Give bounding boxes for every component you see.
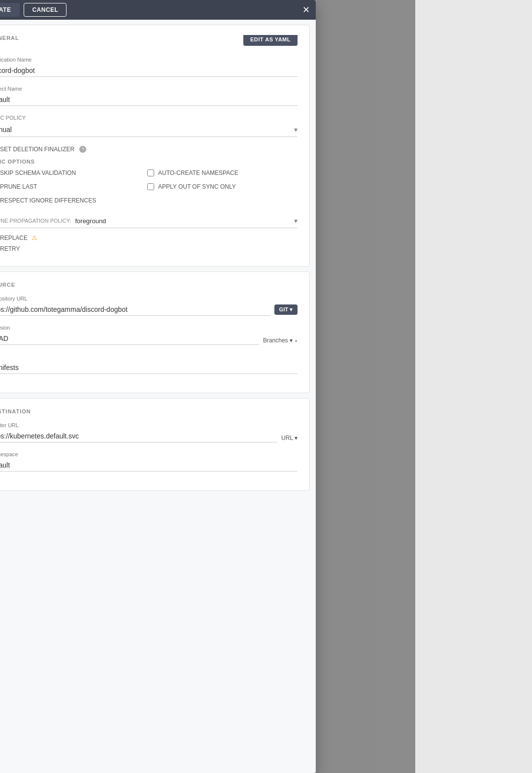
- apply-out-of-sync-label: APPLY OUT OF SYNC ONLY: [158, 183, 236, 190]
- auto-create-ns-checkbox[interactable]: [147, 169, 154, 176]
- sync-policy-group: SYNC POLICY Manual ▾: [0, 115, 298, 137]
- replace-warning-icon: ⚠: [32, 234, 37, 241]
- close-button[interactable]: ✕: [302, 4, 310, 15]
- project-name-label: Project Name: [0, 86, 298, 92]
- revision-group: Revision Branches ▾ ●: [0, 325, 298, 345]
- path-input[interactable]: [0, 362, 298, 374]
- apply-out-of-sync-checkbox[interactable]: [147, 183, 154, 190]
- branches-info-icon: ●: [295, 338, 298, 343]
- cluster-url-input[interactable]: [0, 430, 277, 442]
- general-card: EDIT AS YAML GENERAL Application Name Pr…: [0, 25, 310, 267]
- modal-body: EDIT AS YAML GENERAL Application Name Pr…: [0, 20, 316, 496]
- repo-url-group: Repository URL GIT ▾: [0, 296, 298, 316]
- replace-row[interactable]: REPLACE ⚠: [0, 234, 298, 241]
- repo-url-row: GIT ▾: [0, 303, 298, 316]
- repo-url-label: Repository URL: [0, 296, 298, 302]
- revision-input[interactable]: [0, 333, 259, 345]
- destination-card: DESTINATION Cluster URL URL ▾ Namespace: [0, 398, 310, 491]
- cluster-url-group: Cluster URL URL ▾: [0, 422, 298, 442]
- skip-schema-row[interactable]: SKIP SCHEMA VALIDATION: [0, 169, 139, 176]
- git-badge[interactable]: GIT ▾: [274, 304, 298, 315]
- app-name-group: Application Name: [0, 57, 298, 77]
- auto-create-ns-label: AUTO-CREATE NAMESPACE: [158, 169, 238, 176]
- cluster-url-label: Cluster URL: [0, 422, 298, 428]
- sync-policy-label: SYNC POLICY: [0, 115, 298, 121]
- modal-toolbar: CREATE CANCEL ✕: [0, 0, 316, 20]
- respect-ignore-row[interactable]: RESPECT IGNORE DIFFERENCES: [0, 197, 139, 204]
- project-name-group: Project Name: [0, 86, 298, 106]
- project-name-input[interactable]: [0, 94, 298, 106]
- source-card: SOURCE Repository URL GIT ▾ Revision Bra…: [0, 271, 310, 393]
- sync-policy-select[interactable]: Manual ▾: [0, 123, 298, 137]
- cluster-url-row: URL ▾: [0, 430, 298, 442]
- deletion-finalizer-info: ?: [79, 146, 86, 153]
- app-name-input[interactable]: [0, 65, 298, 77]
- skip-schema-label: SKIP SCHEMA VALIDATION: [0, 169, 76, 176]
- sync-policy-value: Manual: [0, 126, 12, 134]
- retry-label: RETRY: [0, 245, 20, 252]
- destination-section-title: DESTINATION: [0, 408, 298, 414]
- retry-row[interactable]: RETRY: [0, 245, 298, 252]
- namespace-input[interactable]: [0, 459, 298, 471]
- respect-ignore-label: RESPECT IGNORE DIFFERENCES: [0, 197, 96, 204]
- edit-yaml-button[interactable]: EDIT AS YAML: [243, 35, 298, 46]
- deletion-finalizer-label: SET DELETION FINALIZER: [0, 146, 74, 153]
- revision-label: Revision: [0, 325, 298, 331]
- modal-overlay: CREATE CANCEL ✕ EDIT AS YAML GENERAL App…: [0, 0, 415, 773]
- branches-label: Branches ▾: [263, 337, 293, 344]
- path-label: Path: [0, 354, 298, 360]
- url-badge[interactable]: URL ▾: [281, 435, 298, 441]
- sync-options-title: SYNC OPTIONS: [0, 159, 298, 165]
- branches-badge[interactable]: Branches ▾ ●: [263, 337, 298, 344]
- path-group: Path: [0, 354, 298, 374]
- auto-create-ns-row[interactable]: AUTO-CREATE NAMESPACE: [147, 169, 298, 176]
- prune-propagation-value: foreground: [75, 217, 106, 225]
- prune-propagation-chevron: ▾: [294, 217, 298, 225]
- prune-propagation-row[interactable]: PRUNE PROPAGATION POLICY: foreground ▾: [0, 214, 298, 228]
- create-button[interactable]: CREATE: [0, 3, 20, 17]
- cancel-button[interactable]: CANCEL: [24, 3, 66, 17]
- prune-last-label: PRUNE LAST: [0, 183, 37, 190]
- create-app-modal: CREATE CANCEL ✕ EDIT AS YAML GENERAL App…: [0, 0, 316, 773]
- prune-propagation-label: PRUNE PROPAGATION POLICY:: [0, 218, 71, 224]
- url-label: URL ▾: [281, 435, 298, 441]
- replace-label: REPLACE: [0, 235, 28, 241]
- namespace-group: Namespace: [0, 451, 298, 471]
- namespace-label: Namespace: [0, 451, 298, 457]
- revision-row: Branches ▾ ●: [0, 333, 298, 345]
- apply-out-of-sync-row[interactable]: APPLY OUT OF SYNC ONLY: [147, 183, 298, 190]
- repo-url-input[interactable]: [0, 303, 270, 316]
- deletion-finalizer-row[interactable]: SET DELETION FINALIZER ?: [0, 146, 298, 153]
- sync-options-grid: SKIP SCHEMA VALIDATION AUTO-CREATE NAMES…: [0, 169, 298, 208]
- source-section-title: SOURCE: [0, 282, 298, 288]
- prune-last-row[interactable]: PRUNE LAST: [0, 183, 139, 190]
- sync-policy-chevron: ▾: [294, 126, 298, 134]
- app-name-label: Application Name: [0, 57, 298, 63]
